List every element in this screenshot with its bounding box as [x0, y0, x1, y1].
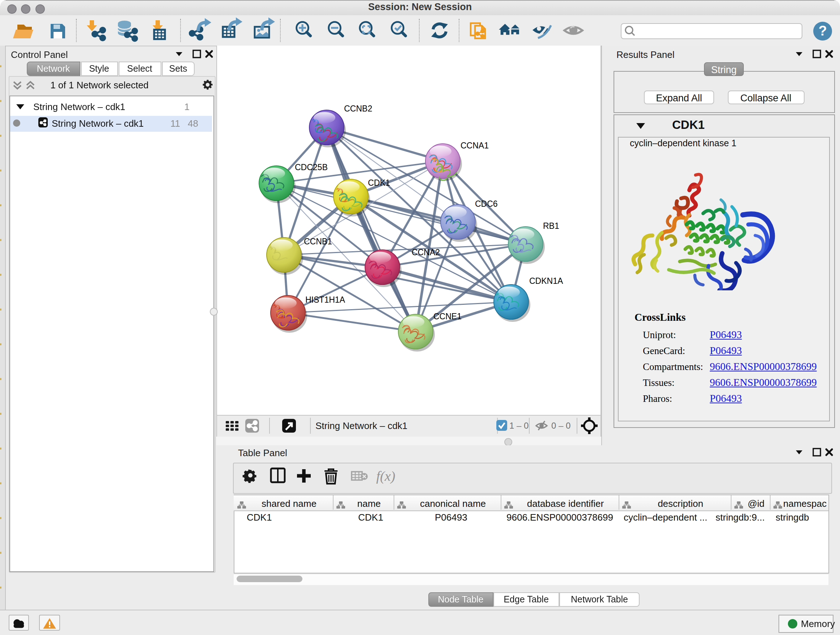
svg-text:String Network – cdk1: String Network – cdk1 — [316, 420, 407, 431]
svg-text:CCNB2: CCNB2 — [344, 104, 372, 113]
svg-text:CDC6: CDC6 — [475, 199, 498, 209]
svg-text:CDK1: CDK1 — [368, 178, 390, 187]
svg-text:CDKN1A: CDKN1A — [529, 276, 563, 286]
svg-text:HIST1H1A: HIST1H1A — [305, 295, 346, 304]
svg-text:CCNE1: CCNE1 — [433, 312, 462, 321]
svg-text:CDC25B: CDC25B — [295, 163, 328, 172]
svg-text:CCNA1: CCNA1 — [461, 141, 489, 150]
svg-text:0 – 0: 0 – 0 — [551, 421, 570, 431]
svg-text:CCNA2: CCNA2 — [412, 248, 440, 257]
svg-text:RB1: RB1 — [543, 221, 559, 231]
svg-text:f(x): f(x) — [376, 469, 395, 484]
svg-text:CCNB1: CCNB1 — [304, 237, 332, 246]
svg-text:1 – 0: 1 – 0 — [509, 421, 529, 431]
